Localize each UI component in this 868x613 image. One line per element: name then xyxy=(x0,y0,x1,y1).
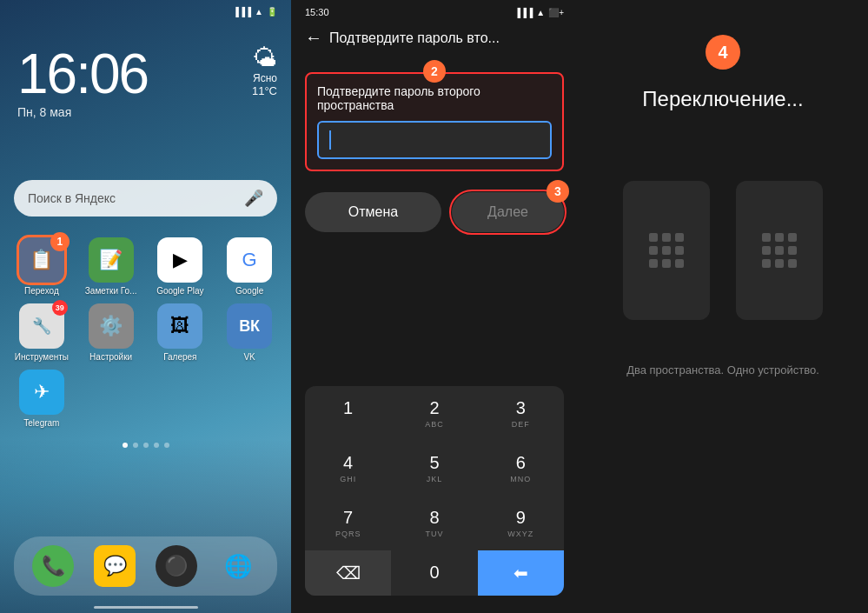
phone-screen-left xyxy=(623,181,710,320)
key-7[interactable]: 7PQRS xyxy=(305,496,391,550)
status-bar-home: ▐▐▐ ▲ 🔋 xyxy=(0,0,291,20)
status-time-dark: 15:30 xyxy=(305,7,329,17)
key-enter[interactable]: ⬅ xyxy=(478,550,564,596)
app-notes[interactable]: 📝 Заметки Го... xyxy=(83,237,139,297)
dock-messages[interactable]: 💬 xyxy=(94,545,136,587)
switch-description: Два пространства. Одно устройство. xyxy=(600,363,845,376)
phone-screens-visual xyxy=(623,181,823,320)
pdot xyxy=(649,259,658,268)
key-4[interactable]: 4GHI xyxy=(305,441,391,496)
weather-temp: 11°C xyxy=(252,84,277,97)
cancel-button[interactable]: Отмена xyxy=(305,192,441,232)
key-9[interactable]: 9WXYZ xyxy=(478,496,564,550)
step2-badge: 2 xyxy=(423,60,446,83)
notes-icon: 📝 xyxy=(89,237,134,283)
dot-3 xyxy=(143,443,149,448)
cursor xyxy=(329,130,331,150)
clock-date: Пн, 8 мая xyxy=(17,105,274,119)
wifi-dark-icon: ▲ xyxy=(536,8,545,17)
play-label: Google Play xyxy=(156,286,203,297)
dot-4 xyxy=(154,443,159,448)
pdot xyxy=(775,233,784,242)
next-button-container: Далее 3 xyxy=(452,192,564,232)
google-label: Google xyxy=(235,286,263,297)
settings-icon: ⚙️ xyxy=(89,303,134,349)
pdot xyxy=(675,233,684,242)
search-text: Поиск в Яндекс xyxy=(28,191,237,205)
dot-5 xyxy=(164,443,169,448)
nav-line xyxy=(94,606,198,609)
mic-icon[interactable]: 🎤 xyxy=(244,189,263,208)
app-vk[interactable]: ВК VK xyxy=(222,303,277,363)
clock-time: 16:06 xyxy=(17,46,274,102)
pdot xyxy=(662,259,671,268)
pdot xyxy=(762,246,771,255)
signal-dark-icon: ▐▐▐ xyxy=(514,8,533,17)
app-settings[interactable]: ⚙️ Настройки xyxy=(83,303,139,363)
dock-phone[interactable]: 📞 xyxy=(32,545,74,587)
search-bar[interactable]: Поиск в Яндекс 🎤 xyxy=(14,180,277,217)
switch-screen: 4 Переключение... xyxy=(578,0,868,613)
tools-badge: 39 xyxy=(52,300,68,316)
tools-label: Инструменты xyxy=(15,352,69,363)
password-section: 2 Подтвердите пароль второго пространств… xyxy=(305,72,564,171)
dots-grid-left xyxy=(649,233,684,268)
key-5[interactable]: 5JKL xyxy=(391,441,477,496)
perekhod-label: Переход xyxy=(24,286,59,297)
app-gallery[interactable]: 🖼 Галерея xyxy=(153,303,209,363)
step1-badge: 1 xyxy=(50,232,70,251)
back-button[interactable]: ← xyxy=(305,28,322,48)
telegram-label: Telegram xyxy=(23,418,59,429)
switch-title: Переключение... xyxy=(642,87,803,111)
app-google[interactable]: G Google xyxy=(222,237,277,297)
key-0[interactable]: 0 xyxy=(391,550,477,596)
weather-widget: 🌤 Ясно 11°C xyxy=(252,43,277,97)
pdot xyxy=(649,246,658,255)
gallery-label: Галерея xyxy=(163,352,196,363)
step3-badge: 3 xyxy=(547,180,569,203)
app-tools[interactable]: 🔧 39 Инструменты xyxy=(14,303,70,363)
status-icons-home: ▐▐▐ ▲ 🔋 xyxy=(233,7,277,17)
password-input[interactable] xyxy=(317,121,552,159)
key-8[interactable]: 8TUV xyxy=(391,496,477,550)
battery-dark-icon: ⬛+ xyxy=(548,8,564,17)
google-icon: G xyxy=(227,237,272,283)
pdot xyxy=(662,233,671,242)
pdot xyxy=(675,246,684,255)
buttons-row: Отмена Далее 3 xyxy=(305,192,564,232)
key-3[interactable]: 3DEF xyxy=(478,386,564,441)
pdot xyxy=(788,246,797,255)
dot-1 xyxy=(123,443,128,448)
phone-screen-right xyxy=(736,181,823,320)
numpad-row-2: 4GHI 5JKL 6MNO xyxy=(305,441,564,496)
password-label-text: Подтвердите пароль второго пространства xyxy=(317,84,552,112)
app-grid-row1: 📋 1 Переход 📝 Заметки Го... ▶ Google Pla… xyxy=(0,230,291,303)
app-telegram[interactable]: ✈ Telegram xyxy=(14,370,70,429)
key-6[interactable]: 6MNO xyxy=(478,441,564,496)
home-screen: ▐▐▐ ▲ 🔋 🌤 Ясно 11°C 16:06 Пн, 8 мая Поис… xyxy=(0,0,291,613)
pdot xyxy=(675,259,684,268)
pdot xyxy=(788,259,797,268)
app-grid-row2: 🔧 39 Инструменты ⚙️ Настройки 🖼 Галерея … xyxy=(0,303,291,370)
app-play[interactable]: ▶ Google Play xyxy=(153,237,209,297)
key-1[interactable]: 1 xyxy=(305,386,391,441)
page-dots xyxy=(0,443,291,448)
key-backspace[interactable]: ⌫ xyxy=(305,550,391,596)
pdot xyxy=(775,259,784,268)
dot-2 xyxy=(133,443,138,448)
numpad-row-4: ⌫ 0 ⬅ xyxy=(305,550,564,596)
dock-chrome[interactable]: 🌐 xyxy=(217,545,259,587)
nav-title: Подтвердите пароль вто... xyxy=(329,30,500,46)
telegram-icon: ✈ xyxy=(19,370,64,415)
app-perekhod[interactable]: 📋 1 Переход xyxy=(14,237,70,297)
perekhod-icon: 📋 1 xyxy=(19,237,64,283)
dock-camera[interactable]: ⚫ xyxy=(156,545,197,587)
dots-grid-right xyxy=(762,233,797,268)
password-content: 2 Подтвердите пароль второго пространств… xyxy=(291,55,578,613)
clock-area: 16:06 Пн, 8 мая xyxy=(0,20,291,128)
pdot xyxy=(788,233,797,242)
numpad-row-1: 1 2ABC 3DEF xyxy=(305,386,564,441)
play-icon: ▶ xyxy=(157,237,202,283)
notes-label: Заметки Го... xyxy=(85,286,137,297)
key-2[interactable]: 2ABC xyxy=(391,386,477,441)
